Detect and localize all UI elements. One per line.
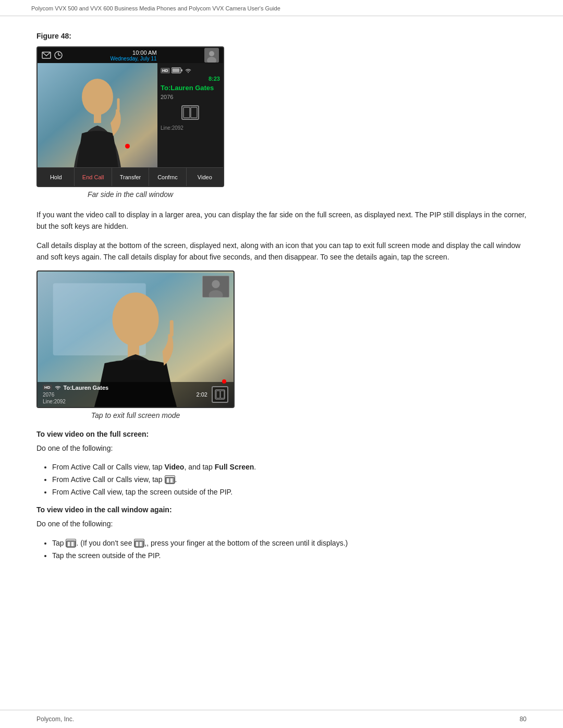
phone-video-fullscreen: HD To:Lauren Gates 2076 Line:2092 2:02	[38, 272, 234, 407]
section1-heading: To view video on the full screen:	[36, 430, 527, 438]
section2-intro: Do one of the following:	[36, 518, 527, 529]
clock-icon	[54, 51, 63, 59]
svg-rect-15	[183, 107, 190, 118]
svg-rect-12	[181, 69, 182, 71]
svg-point-5	[209, 51, 214, 56]
overlay-wifi-icon	[55, 385, 61, 390]
svg-rect-16	[191, 107, 197, 118]
phone-date: Wednesday, July 11	[110, 56, 156, 61]
footer-page: 80	[520, 715, 527, 723]
softkey-hold[interactable]: Hold	[38, 168, 75, 186]
to-label: To:Lauren Gates	[161, 84, 214, 92]
softkey-end-call[interactable]: End Call	[75, 168, 112, 186]
person-video	[38, 63, 157, 167]
header-title: Polycom VVX 500 and VVX 600 Business Med…	[31, 5, 280, 11]
list-item: Tap . (If you don't see ,, press your fi…	[52, 537, 527, 550]
footer-company: Polycom, Inc.	[36, 715, 74, 723]
fullscreen-inline-icon	[165, 475, 175, 484]
svg-rect-30	[170, 478, 173, 483]
phone-info-panel: HD 8:23 To:Lauren Gates	[157, 63, 223, 167]
svg-rect-27	[221, 391, 224, 398]
overlay-timer: 2:02	[197, 391, 207, 398]
phone-top-left	[42, 51, 63, 59]
phone-avatar-top	[204, 48, 219, 63]
list-item: From Active Call view, tap the screen ou…	[52, 486, 527, 499]
phone-screenshot-1: 10:00 AM Wednesday, July 11	[36, 46, 224, 187]
svg-point-19	[112, 292, 158, 346]
phone-overlay-bar: HD To:Lauren Gates 2076 Line:2092 2:02	[38, 382, 234, 407]
list-item: From Active Call or Calls view, tap Vide…	[52, 461, 527, 474]
overlay-left: HD To:Lauren Gates 2076 Line:2092	[43, 385, 108, 404]
pip-inner	[203, 276, 229, 297]
section1-bullets: From Active Call or Calls view, tap Vide…	[52, 461, 527, 498]
phone-top-bar: 10:00 AM Wednesday, July 11	[38, 47, 223, 63]
softkey-transfer[interactable]: Transfer	[112, 168, 149, 186]
phone-time: 10:00 AM	[110, 50, 156, 56]
figure1-caption: Far side in the call window	[36, 190, 224, 199]
overlay-line: Line:2092	[43, 399, 108, 404]
svg-point-23	[212, 280, 219, 288]
fullscreen-inline-icon-2	[66, 539, 76, 547]
red-dot-indicator-2	[222, 379, 226, 384]
hd-badge: HD	[161, 67, 192, 73]
svg-point-8	[82, 79, 113, 115]
overlay-expand-icon[interactable]	[212, 386, 228, 403]
call-number: 2076	[161, 94, 173, 100]
page-content: Figure 48: 10:00 AM Wednesday, July	[0, 16, 563, 590]
envelope-icon	[42, 52, 51, 59]
paragraph-2: Call details display at the bottom of th…	[36, 240, 527, 263]
figure-label: Figure 48:	[36, 32, 527, 40]
svg-rect-9	[94, 113, 101, 123]
phone-screenshot-2: HD To:Lauren Gates 2076 Line:2092 2:02	[36, 270, 235, 408]
battery-icon	[172, 67, 183, 73]
svg-rect-33	[71, 541, 74, 547]
phone-main-area: HD 8:23 To:Lauren Gates	[38, 63, 223, 167]
svg-rect-26	[216, 391, 220, 398]
call-timer: 8:23	[209, 76, 220, 82]
list-item: From Active Call or Calls view, tap .	[52, 474, 527, 486]
phone-video-far-side	[38, 63, 157, 167]
svg-rect-14	[182, 106, 199, 119]
line-label: Line:2092	[161, 125, 183, 131]
fullscreen-toggle-icon[interactable]	[181, 105, 199, 120]
red-dot-indicator	[125, 144, 130, 149]
pip-thumbnail	[202, 276, 229, 298]
page-header: Polycom VVX 500 and VVX 600 Business Med…	[0, 0, 563, 16]
fullscreen-inline-icon-3	[134, 539, 144, 547]
softkey-video[interactable]: Video	[187, 168, 223, 186]
paragraph-1: If you want the video call to display in…	[36, 209, 527, 232]
overlay-number: 2076	[43, 392, 108, 398]
svg-rect-32	[67, 541, 70, 547]
hd-icon: HD	[161, 68, 170, 73]
overlay-hd-icon: HD	[43, 385, 52, 390]
overlay-top-row: HD To:Lauren Gates	[43, 385, 108, 391]
svg-rect-35	[136, 541, 139, 547]
phone-time-block: 10:00 AM Wednesday, July 11	[110, 50, 156, 61]
figure2-caption: Tap to exit full screen mode	[36, 411, 235, 419]
phone-softkeys: Hold End Call Transfer Confrnc Video	[38, 167, 223, 186]
section2-heading: To view video in the call window again:	[36, 505, 527, 514]
page-footer: Polycom, Inc. 80	[0, 710, 563, 728]
wifi-icon	[185, 67, 192, 73]
section1-intro: Do one of the following:	[36, 442, 527, 454]
svg-rect-29	[166, 478, 169, 483]
section2-bullets: Tap . (If you don't see ,, press your fi…	[52, 537, 527, 562]
svg-rect-13	[172, 69, 179, 72]
svg-rect-36	[139, 541, 142, 547]
overlay-name: To:Lauren Gates	[64, 385, 109, 391]
list-item: Tap the screen outside of the PIP.	[52, 550, 527, 562]
softkey-confrnc[interactable]: Confrnc	[149, 168, 186, 186]
